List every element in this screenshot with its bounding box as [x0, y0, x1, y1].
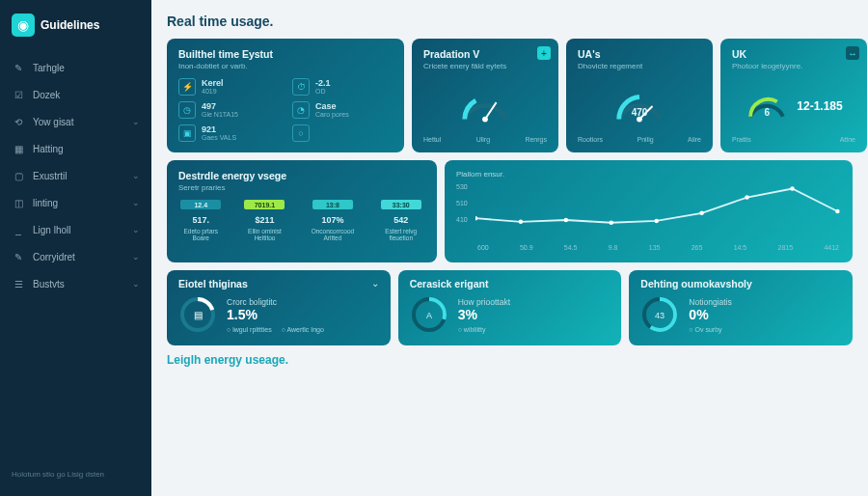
nav-item-lign[interactable]: ⎯Lign lholl⌄	[0, 216, 151, 243]
card-uk: ↔ UK Photoor leogelyynre. 6 12-1.185 Pra…	[720, 39, 867, 152]
add-button[interactable]: +	[537, 46, 551, 60]
nav-label: Bustvts	[33, 279, 65, 289]
bar: 13:8	[312, 200, 353, 209]
top-row: Builthel time Eystut Inon-dobtiet or var…	[167, 39, 853, 152]
nav-label: Lign lholl	[33, 225, 70, 235]
brand-logo[interactable]: ◉ Guidelines	[0, 10, 151, 44]
nav-item-yow[interactable]: ⟲Yow gisat⌄	[0, 108, 151, 135]
page-title: Real time usage.	[167, 14, 853, 29]
footer-title: Leiglh energy useage.	[167, 353, 853, 367]
box-icon: ▢	[12, 169, 25, 182]
nav-item-corryidret[interactable]: ✎Corryidret⌄	[0, 243, 151, 270]
bar-set: 12.4517.Edeto prtars Boare 7019.1$211Ell…	[178, 200, 425, 241]
progress-ring: 43	[640, 295, 679, 334]
svg-point-11	[790, 186, 795, 191]
stat-sub: Awertlc Ingo	[282, 326, 324, 333]
metric-item: ◔CaseCaro pores	[292, 101, 393, 119]
gauge-value: 6	[745, 107, 789, 118]
card-title: Dehting oumokavsholy	[640, 278, 752, 289]
battery-icon: ▣	[178, 124, 196, 142]
bar-value: $211	[255, 215, 274, 225]
bar-value: 542	[393, 215, 408, 225]
nav-item-bustvts[interactable]: ☰Bustvts⌄	[0, 270, 151, 297]
nav-label: Exustrtil	[33, 171, 68, 181]
svg-text:▤: ▤	[194, 310, 203, 320]
chart-title: Plallom ensur.	[456, 170, 841, 179]
stat-sub: wibliitty	[458, 326, 486, 333]
metric-item: ⏱-2.1OD	[292, 78, 393, 96]
refresh-icon: ⟲	[12, 115, 25, 128]
svg-point-1	[482, 117, 488, 123]
y-axis: 530510410	[456, 183, 468, 223]
metric-item: ⚡Kerel4019	[178, 78, 279, 96]
card-chart: Plallom ensur. 530510410 60050.954.59.81…	[445, 160, 853, 262]
bar-value: 517.	[192, 215, 209, 225]
window-icon: ◫	[12, 196, 25, 209]
clock-icon: ⏱	[292, 78, 310, 96]
sidebar-footer-text: Holotum stio go Lisig dsten	[0, 462, 151, 486]
check-icon: ☑	[12, 88, 25, 101]
metric-label: Gie N1TA15	[202, 111, 238, 118]
nav-item-dozek[interactable]: ☑Dozek	[0, 81, 151, 108]
card-title: Cerasick erigant	[410, 278, 489, 289]
ring-value: A	[426, 311, 432, 320]
svg-point-12	[835, 209, 840, 214]
nav-label: Tarhgle	[33, 63, 65, 73]
card-title: Eiotel thiginas	[178, 278, 248, 289]
bar-label: Estert relvg fleuetion	[377, 228, 426, 241]
chevron-down-icon: ⌄	[132, 279, 140, 289]
metric-label: 4019	[202, 88, 224, 95]
card-subtitle: Inon-dobtiet or varb.	[178, 62, 393, 70]
line-chart: Plallom ensur. 530510410 60050.954.59.81…	[456, 170, 841, 253]
gauge: 470	[611, 86, 667, 126]
nav-label: linting	[33, 198, 58, 208]
metric-value: Kerel	[202, 78, 224, 88]
stat-sub: Ov surby	[689, 326, 721, 333]
metric-label: Caro pores	[315, 111, 349, 118]
dropdown-toggle[interactable]: ⌄	[371, 278, 379, 289]
nav-item-tarhgle[interactable]: ✎Tarhgle	[0, 54, 151, 81]
nav-item-exustrtil[interactable]: ▢Exustrtil⌄	[0, 162, 151, 189]
expand-button[interactable]: ↔	[846, 46, 859, 60]
bar: 33:30	[381, 200, 421, 209]
stat-info: How prioottakt 3% wibliitty	[458, 297, 510, 333]
svg-point-10	[745, 195, 749, 200]
stat-label: Notiongiatis	[689, 297, 731, 307]
meter-icon: ◷	[178, 101, 196, 119]
svg-point-6	[564, 218, 569, 223]
stat-label: Crorc boligtitc	[227, 297, 324, 307]
chart-svg	[475, 182, 841, 240]
card-subtitle: Seretr praries	[178, 183, 425, 192]
bar-label: Edeto prtars Boare	[178, 228, 224, 241]
metric-item: ○	[292, 124, 393, 142]
progress-ring: A	[410, 295, 448, 334]
stat-block: 12-1.185	[797, 99, 842, 114]
card-title: UA's	[578, 48, 701, 60]
pie-icon: ◔	[292, 101, 310, 119]
metric-item: ◷497Gie N1TA15	[178, 101, 279, 119]
sidebar: ◉ Guidelines ✎Tarhgle ☑Dozek ⟲Yow gisat⌄…	[0, 0, 151, 496]
bar-col: 7019.1$211Ellin ominist Heltitoo	[241, 200, 289, 241]
stat-percent: 3%	[458, 307, 510, 322]
svg-point-9	[699, 211, 704, 216]
card-subtitle: Cricete enery fäld eytets	[423, 62, 547, 70]
chevron-down-icon: ⌄	[132, 117, 140, 126]
chevron-down-icon: ⌄	[132, 225, 140, 234]
gauge: 6	[745, 86, 789, 126]
nav-item-linting[interactable]: ◫linting⌄	[0, 189, 151, 216]
list-icon: ☰	[12, 277, 25, 290]
brand-name: Guidelines	[41, 18, 99, 32]
nav-label: Yow gisat	[33, 117, 73, 127]
main-content: Real time usage. Builthel time Eystut In…	[151, 0, 868, 496]
card-uas: UA's Dhovicte regement 470 RootiorsPnili…	[566, 39, 713, 152]
nav-item-hatting[interactable]: ▦Hatting	[0, 135, 151, 162]
bar-col: 13:8107%Onconcorrcood Aritted	[306, 200, 359, 241]
metric-value: 497	[202, 101, 238, 111]
pen-icon: ✎	[12, 250, 25, 263]
stat-value: 12-1.185	[797, 99, 842, 113]
mid-row: Destrdle energy vsege Seretr praries 12.…	[167, 160, 853, 262]
metric-value: Case	[315, 101, 349, 111]
metrics-grid: ⚡Kerel4019 ⏱-2.1OD ◷497Gie N1TA15 ◔CaseC…	[178, 78, 393, 142]
card-building: Builthel time Eystut Inon-dobtiet or var…	[167, 39, 404, 152]
grid-icon: ▦	[12, 142, 25, 155]
